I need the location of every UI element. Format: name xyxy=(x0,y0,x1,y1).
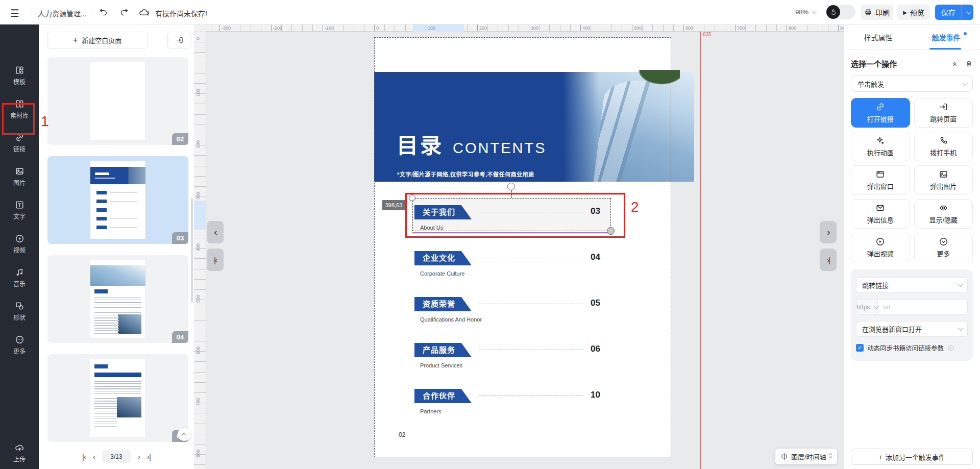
rotate-handle[interactable] xyxy=(507,183,515,190)
last-spread-button[interactable]: ›| xyxy=(820,249,837,271)
trash-icon[interactable] xyxy=(965,60,973,67)
action-button[interactable]: 显示/隐藏 xyxy=(914,199,973,229)
chevron-down-icon xyxy=(958,282,963,287)
message-icon xyxy=(875,203,885,213)
eye-icon xyxy=(939,203,948,213)
url-field-group: https: xyxy=(856,299,968,315)
action-button[interactable]: 打开链接 xyxy=(851,98,910,128)
toc-subtitle: Qualifications And Honor xyxy=(420,316,482,323)
info-icon[interactable] xyxy=(947,344,954,352)
trigger-mode-select[interactable]: 单击触发 xyxy=(851,76,973,92)
document-title[interactable]: 人力资源管理... xyxy=(38,8,87,18)
toc-subtitle: Corporate Culture xyxy=(420,270,464,277)
document-page[interactable]: 目录 CONTENTS *文字/图片源于网络,仅供学习参考,不做任何商业用途 关… xyxy=(374,37,671,457)
page-thumbnail-preview xyxy=(90,359,145,437)
plus-icon: + xyxy=(878,453,883,461)
action-button[interactable]: 弹出窗口 xyxy=(851,165,910,195)
toc-row[interactable]: 资质荣誉 05 Qualifications And Honor xyxy=(414,297,608,324)
first-page-icon[interactable]: |‹ xyxy=(82,452,86,461)
toc-leader-line xyxy=(479,258,583,258)
canvas[interactable]: -300-200-1000100200300400500600700800900… xyxy=(194,24,844,469)
add-trigger-event-button[interactable]: + 添加另一个触发事件 xyxy=(851,449,973,465)
url-input[interactable] xyxy=(878,300,967,314)
sidebar-item[interactable]: 音乐 xyxy=(0,267,39,294)
sidebar-item[interactable]: 视频 xyxy=(0,234,39,260)
print-button[interactable]: 印刷 xyxy=(861,5,893,20)
position-badge: 398,63 xyxy=(382,200,406,210)
sidebar-item[interactable]: 更多 xyxy=(0,335,39,361)
upload-icon xyxy=(15,443,24,453)
sidebar: 模板 素材库 链接 图片 文字 视频 xyxy=(0,24,39,469)
last-page-icon[interactable]: ›| xyxy=(147,452,151,461)
action-button[interactable]: 更多 xyxy=(914,233,973,262)
sidebar-item[interactable]: 文字 xyxy=(0,200,39,227)
touch-icon xyxy=(826,5,840,19)
preview-button[interactable]: ▶预览 xyxy=(897,5,930,20)
open-mode-select[interactable]: 在浏览器新窗口打开 xyxy=(856,321,968,337)
toc-title-flag[interactable]: 合作伙伴 xyxy=(414,389,472,403)
toc-row[interactable]: 企业文化 04 Corporate Culture xyxy=(414,251,608,278)
redo-icon[interactable] xyxy=(119,7,129,17)
toc-row[interactable]: 产品服务 06 Product Services xyxy=(414,343,608,369)
action-button[interactable]: 拨打手机 xyxy=(914,132,973,161)
toc-title-flag[interactable]: 资质荣誉 xyxy=(414,297,472,311)
link-type-select[interactable]: 跳转链接 xyxy=(856,277,968,293)
pages-panel: + 新建空白页面 02 03 04 xyxy=(39,24,194,469)
toc-page-number: 06 xyxy=(591,344,600,354)
section-title: 选择一个操作 xyxy=(851,58,897,69)
panel-scrollbar[interactable] xyxy=(191,198,193,303)
page-thumbnail-preview xyxy=(90,161,145,239)
action-button[interactable]: 弹出视频 xyxy=(851,233,910,262)
hamburger-menu-icon[interactable]: ☰ xyxy=(10,7,19,19)
cloud-unsaved-icon[interactable] xyxy=(139,7,150,18)
previous-spread-button[interactable]: ‹ xyxy=(207,221,224,243)
toc-subtitle: Partners xyxy=(420,408,442,414)
ruler-selection-highlight xyxy=(194,201,206,230)
sidebar-item[interactable]: 图片 xyxy=(0,166,39,193)
protocol-select[interactable]: https: xyxy=(856,300,878,314)
panel-collapse-button[interactable] xyxy=(178,428,191,441)
collapse-icon xyxy=(829,454,832,459)
music-icon xyxy=(15,267,24,277)
page-thumbnail[interactable]: 05 xyxy=(47,354,188,442)
save-dropdown-button[interactable] xyxy=(962,5,973,20)
collapse-section-icon[interactable] xyxy=(951,60,959,67)
tab-trigger-events[interactable]: 触发事件 xyxy=(912,24,980,50)
sidebar-item[interactable]: 形状 xyxy=(0,301,39,328)
sidebar-item[interactable]: 链接 xyxy=(0,133,39,159)
checkbox-checked[interactable]: ✓ xyxy=(856,344,864,352)
next-spread-button[interactable]: › xyxy=(820,221,837,243)
sidebar-item[interactable]: 模板 xyxy=(0,65,39,92)
first-spread-button[interactable]: |‹ xyxy=(207,249,224,271)
page-number-badge: 04 xyxy=(172,331,188,343)
annotation-box-2 xyxy=(405,193,625,238)
unsaved-notice: 有操作尚未保存! xyxy=(155,8,207,18)
page-number-badge: 03 xyxy=(172,232,188,244)
toc-title-flag[interactable]: 企业文化 xyxy=(414,251,472,265)
action-button[interactable]: 跳转页面 xyxy=(914,98,973,128)
tab-style-properties[interactable]: 样式属性 xyxy=(844,24,912,50)
next-page-icon[interactable]: › xyxy=(138,452,140,461)
action-button[interactable]: 弹出信息 xyxy=(851,199,910,229)
page-thumbnail[interactable]: 03 xyxy=(47,156,188,244)
action-button[interactable]: 执行动画 xyxy=(851,132,910,161)
sidebar-item-upload[interactable]: 上传 xyxy=(0,443,39,469)
chevron-down-icon xyxy=(812,9,817,14)
anim-icon xyxy=(875,136,885,145)
toc-title-flag[interactable]: 产品服务 xyxy=(414,343,472,357)
page-thumbnail[interactable]: 04 xyxy=(47,255,188,343)
moreact-icon xyxy=(939,237,948,246)
more-icon xyxy=(15,335,24,344)
layers-timeline-button[interactable]: 图层/时间轴 xyxy=(775,449,837,464)
action-button[interactable]: 弹出图片 xyxy=(914,165,973,195)
undo-icon[interactable] xyxy=(99,7,108,17)
toc-subtitle: Product Services xyxy=(420,362,462,368)
zoom-select[interactable]: 98% xyxy=(795,8,815,16)
previous-page-icon[interactable]: ‹ xyxy=(93,452,95,461)
save-button[interactable]: 保存 xyxy=(935,5,962,20)
touch-mode-toggle[interactable] xyxy=(826,5,855,19)
guide-position-label: 635 xyxy=(703,32,712,37)
popvideo-icon xyxy=(875,237,885,246)
toc-row[interactable]: 合作伙伴 10 Partners xyxy=(414,389,608,415)
page-thumbnail[interactable]: 02 xyxy=(47,57,188,145)
